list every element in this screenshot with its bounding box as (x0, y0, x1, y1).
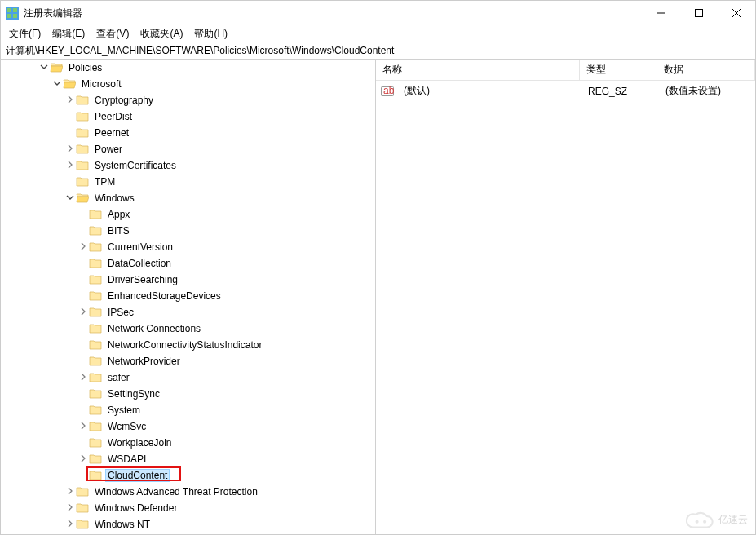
expander-closed-icon[interactable] (77, 373, 89, 382)
folder-icon (89, 208, 102, 221)
column-name[interactable]: 名称 (376, 60, 580, 80)
tree-item-label: CloudContent (105, 469, 170, 482)
folder-icon (89, 306, 102, 319)
expander-closed-icon[interactable] (64, 503, 76, 513)
tree-item-datacollection[interactable]: DataCollection (1, 255, 375, 272)
expander-closed-icon[interactable] (64, 95, 76, 105)
menubar: 文件(F) 编辑(E) 查看(V) 收藏夹(A) 帮助(H) (1, 25, 755, 42)
app-icon (6, 7, 19, 20)
tree-pane: PoliciesMicrosoftCryptographyPeerDistPee… (1, 60, 376, 534)
folder-icon (89, 290, 102, 303)
expander-open-icon[interactable] (51, 79, 63, 89)
svg-rect-6 (696, 10, 703, 17)
expander-closed-icon[interactable] (64, 520, 76, 529)
tree-item-enhancedstoragedevices[interactable]: EnhancedStorageDevices (1, 288, 375, 304)
tree-item-label: EnhancedStorageDevices (105, 290, 223, 303)
tree-item-currentversion[interactable]: CurrentVersion (1, 239, 375, 255)
value-type: REG_SZ (581, 84, 659, 99)
expander-closed-icon[interactable] (77, 422, 89, 431)
tree-item-windows[interactable]: Windows (1, 190, 375, 206)
address-bar[interactable]: 计算机\HKEY_LOCAL_MACHINE\SOFTWARE\Policies… (1, 42, 755, 60)
column-data[interactable]: 数据 (657, 60, 755, 80)
expander-closed-icon[interactable] (64, 487, 76, 497)
tree-item-power[interactable]: Power (1, 141, 375, 157)
expander-open-icon[interactable] (64, 193, 76, 203)
tree-item-label: Policies (66, 61, 104, 74)
folder-icon (76, 126, 89, 139)
tree-item-windowsdefender[interactable]: Windows Defender (1, 500, 375, 516)
folder-icon (89, 387, 102, 400)
maximize-button[interactable] (680, 1, 718, 25)
folder-icon (89, 338, 102, 352)
folder-icon (76, 94, 89, 107)
folder-icon (89, 273, 102, 286)
address-path: 计算机\HKEY_LOCAL_MACHINE\SOFTWARE\Policies… (6, 44, 394, 58)
menu-favorites[interactable]: 收藏夹(A) (135, 25, 188, 42)
tree-item-networkconnectivitystatusindicator[interactable]: NetworkConnectivityStatusIndicator (1, 337, 375, 353)
tree-item-wsdapi[interactable]: WSDAPI (1, 451, 375, 467)
folder-icon (89, 241, 102, 254)
tree-item-cryptography[interactable]: Cryptography (1, 92, 375, 108)
menu-help[interactable]: 帮助(H) (189, 25, 232, 42)
list-row[interactable]: ab (默认) REG_SZ (数值未设置) (376, 81, 755, 101)
folder-open-icon (50, 61, 63, 74)
folder-icon (76, 143, 89, 156)
folder-icon (76, 518, 89, 531)
tree-item-label: Peernet (92, 126, 131, 139)
tree-item-driversearching[interactable]: DriverSearching (1, 272, 375, 288)
tree-item-label: Power (92, 143, 125, 156)
tree-item-label: Microsoft (79, 77, 124, 91)
tree-item-label: IPSec (105, 306, 136, 319)
tree-item-ipsec[interactable]: IPSec (1, 304, 375, 321)
tree-item-label: Appx (105, 208, 132, 221)
folder-icon (89, 257, 102, 270)
tree-item-tpm[interactable]: TPM (1, 174, 375, 190)
tree-item-peernet[interactable]: Peernet (1, 125, 375, 141)
menu-edit[interactable]: 编辑(E) (47, 25, 90, 42)
tree-scroll[interactable]: PoliciesMicrosoftCryptographyPeerDistPee… (1, 60, 375, 534)
tree-item-cloudcontent[interactable]: CloudContent (1, 467, 375, 484)
tree-item-safer[interactable]: safer (1, 369, 375, 386)
tree-item-microsoft[interactable]: Microsoft (1, 76, 375, 92)
tree-item-settingsync[interactable]: SettingSync (1, 386, 375, 402)
tree-item-label: safer (105, 371, 132, 384)
tree-item-networkconnections[interactable]: Network Connections (1, 321, 375, 337)
expander-closed-icon[interactable] (77, 242, 89, 252)
tree-item-watp[interactable]: Windows Advanced Threat Protection (1, 484, 375, 500)
tree-item-bits[interactable]: BITS (1, 223, 375, 239)
svg-text:ab: ab (383, 85, 394, 96)
tree-item-appx[interactable]: Appx (1, 206, 375, 223)
tree-item-label: Windows Defender (92, 502, 179, 515)
tree-item-windowsnt[interactable]: Windows NT (1, 516, 375, 533)
expander-open-icon[interactable] (38, 63, 50, 73)
folder-icon (89, 322, 102, 335)
folder-icon (89, 436, 102, 449)
tree-item-workplacejoin[interactable]: WorkplaceJoin (1, 435, 375, 451)
tree-item-networkprovider[interactable]: NetworkProvider (1, 353, 375, 369)
tree-item-systemcertificates[interactable]: SystemCertificates (1, 157, 375, 174)
column-type[interactable]: 类型 (580, 60, 657, 80)
registry-editor-window: 注册表编辑器 文件(F) 编辑(E) 查看(V) 收藏夹(A) 帮助(H) 计算… (0, 0, 756, 535)
titlebar[interactable]: 注册表编辑器 (1, 1, 755, 25)
tree-item-label: NetworkProvider (105, 355, 183, 368)
value-list-pane: 名称 类型 数据 ab (默认) REG_SZ (数值未设置) (376, 60, 755, 534)
tree-item-peerdist[interactable]: PeerDist (1, 108, 375, 125)
tree-item-label: System (105, 404, 143, 417)
tree-item-label: CurrentVersion (105, 241, 175, 254)
menu-view[interactable]: 查看(V) (91, 25, 134, 42)
folder-icon (76, 485, 89, 498)
expander-closed-icon[interactable] (64, 144, 76, 154)
folder-icon (89, 453, 102, 466)
folder-icon (76, 175, 89, 188)
expander-closed-icon[interactable] (77, 454, 89, 464)
menu-file[interactable]: 文件(F) (4, 25, 46, 42)
tree-item-wcmsvc[interactable]: WcmSvc (1, 418, 375, 435)
tree-item-policies[interactable]: Policies (1, 60, 375, 76)
expander-closed-icon[interactable] (77, 307, 89, 317)
value-name: (默认) (397, 82, 581, 99)
close-button[interactable] (718, 1, 755, 25)
expander-closed-icon[interactable] (64, 161, 76, 170)
minimize-button[interactable] (643, 1, 680, 25)
tree-item-system[interactable]: System (1, 402, 375, 418)
folder-open-icon (63, 77, 76, 91)
